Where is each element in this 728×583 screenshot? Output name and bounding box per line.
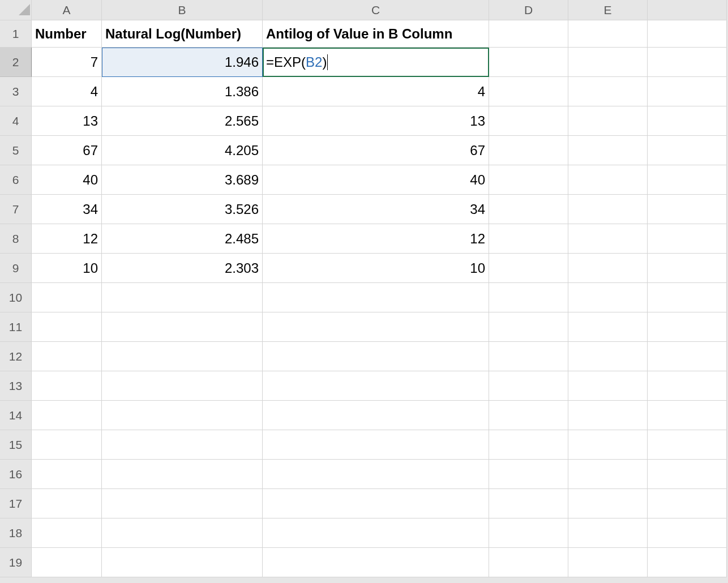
cell-C12[interactable] <box>263 342 489 371</box>
cell-C11[interactable] <box>263 312 489 342</box>
cell-E4[interactable] <box>568 106 648 136</box>
cell-E1[interactable] <box>568 20 648 48</box>
cell-F12[interactable] <box>648 342 727 371</box>
cell-E10[interactable] <box>568 283 648 312</box>
cell-D10[interactable] <box>489 283 568 312</box>
cell-D2[interactable] <box>489 48 568 77</box>
row-header-11[interactable]: 11 <box>0 312 32 342</box>
cell-C13[interactable] <box>263 371 489 401</box>
cell-A15[interactable] <box>32 430 102 460</box>
cell-C16[interactable] <box>263 460 489 489</box>
cell-D18[interactable] <box>489 518 568 548</box>
cell-F15[interactable] <box>648 430 727 460</box>
cell-F13[interactable] <box>648 371 727 401</box>
column-header-F[interactable] <box>648 0 727 20</box>
cell-E3[interactable] <box>568 77 648 106</box>
cell-B10[interactable] <box>102 283 263 312</box>
row-header-16[interactable]: 16 <box>0 460 32 489</box>
cell-B1[interactable]: Natural Log(Number) <box>102 20 263 48</box>
row-header-7[interactable]: 7 <box>0 195 32 224</box>
cell-B14[interactable] <box>102 401 263 430</box>
cell-F6[interactable] <box>648 165 727 195</box>
cell-F18[interactable] <box>648 518 727 548</box>
cell-F16[interactable] <box>648 460 727 489</box>
cell-D9[interactable] <box>489 254 568 283</box>
cell-D15[interactable] <box>489 430 568 460</box>
cell-B3[interactable]: 1.386 <box>102 77 263 106</box>
cell-B2[interactable]: 1.946 <box>102 48 263 77</box>
row-header-18[interactable]: 18 <box>0 518 32 548</box>
cell-F4[interactable] <box>648 106 727 136</box>
cell-D16[interactable] <box>489 460 568 489</box>
cell-B13[interactable] <box>102 371 263 401</box>
cell-F9[interactable] <box>648 254 727 283</box>
cell-E9[interactable] <box>568 254 648 283</box>
cell-A8[interactable]: 12 <box>32 224 102 254</box>
cell-C17[interactable] <box>263 489 489 518</box>
column-header-D[interactable]: D <box>489 0 568 20</box>
row-header-6[interactable]: 6 <box>0 165 32 195</box>
cell-C3[interactable]: 4 <box>263 77 489 106</box>
cell-D6[interactable] <box>489 165 568 195</box>
cell-B16[interactable] <box>102 460 263 489</box>
cell-A11[interactable] <box>32 312 102 342</box>
row-header-17[interactable]: 17 <box>0 489 32 518</box>
cell-E11[interactable] <box>568 312 648 342</box>
cell-C4[interactable]: 13 <box>263 106 489 136</box>
cell-A16[interactable] <box>32 460 102 489</box>
cell-E18[interactable] <box>568 518 648 548</box>
cell-F19[interactable] <box>648 548 727 577</box>
column-header-C[interactable]: C <box>263 0 489 20</box>
cell-A6[interactable]: 40 <box>32 165 102 195</box>
cell-D14[interactable] <box>489 401 568 430</box>
cell-A5[interactable]: 67 <box>32 136 102 165</box>
cell-B12[interactable] <box>102 342 263 371</box>
cell-C9[interactable]: 10 <box>263 254 489 283</box>
cell-B7[interactable]: 3.526 <box>102 195 263 224</box>
cell-B15[interactable] <box>102 430 263 460</box>
cell-A19[interactable] <box>32 548 102 577</box>
cell-D5[interactable] <box>489 136 568 165</box>
cell-D11[interactable] <box>489 312 568 342</box>
cell-C1[interactable]: Antilog of Value in B Column <box>263 20 489 48</box>
row-header-14[interactable]: 14 <box>0 401 32 430</box>
column-header-A[interactable]: A <box>32 0 102 20</box>
cell-B11[interactable] <box>102 312 263 342</box>
cell-F5[interactable] <box>648 136 727 165</box>
cell-F14[interactable] <box>648 401 727 430</box>
cell-E7[interactable] <box>568 195 648 224</box>
cell-A13[interactable] <box>32 371 102 401</box>
cell-B5[interactable]: 4.205 <box>102 136 263 165</box>
cell-B18[interactable] <box>102 518 263 548</box>
row-header-10[interactable]: 10 <box>0 283 32 312</box>
cell-E8[interactable] <box>568 224 648 254</box>
cell-D3[interactable] <box>489 77 568 106</box>
cell-D12[interactable] <box>489 342 568 371</box>
row-header-8[interactable]: 8 <box>0 224 32 254</box>
row-header-2[interactable]: 2 <box>0 48 32 77</box>
cell-C7[interactable]: 34 <box>263 195 489 224</box>
cell-E16[interactable] <box>568 460 648 489</box>
cell-F1[interactable] <box>648 20 727 48</box>
cell-D4[interactable] <box>489 106 568 136</box>
row-header-4[interactable]: 4 <box>0 106 32 136</box>
cell-B4[interactable]: 2.565 <box>102 106 263 136</box>
cell-B6[interactable]: 3.689 <box>102 165 263 195</box>
cell-A10[interactable] <box>32 283 102 312</box>
cell-A2[interactable]: 7 <box>32 48 102 77</box>
row-header-15[interactable]: 15 <box>0 430 32 460</box>
cell-D13[interactable] <box>489 371 568 401</box>
cell-F7[interactable] <box>648 195 727 224</box>
cell-D8[interactable] <box>489 224 568 254</box>
cell-E17[interactable] <box>568 489 648 518</box>
row-header-9[interactable]: 9 <box>0 254 32 283</box>
cell-C15[interactable] <box>263 430 489 460</box>
cell-D19[interactable] <box>489 548 568 577</box>
cell-F17[interactable] <box>648 489 727 518</box>
row-header-13[interactable]: 13 <box>0 371 32 401</box>
cell-D1[interactable] <box>489 20 568 48</box>
cell-E6[interactable] <box>568 165 648 195</box>
cell-A18[interactable] <box>32 518 102 548</box>
cell-B8[interactable]: 2.485 <box>102 224 263 254</box>
row-header-1[interactable]: 1 <box>0 20 32 48</box>
